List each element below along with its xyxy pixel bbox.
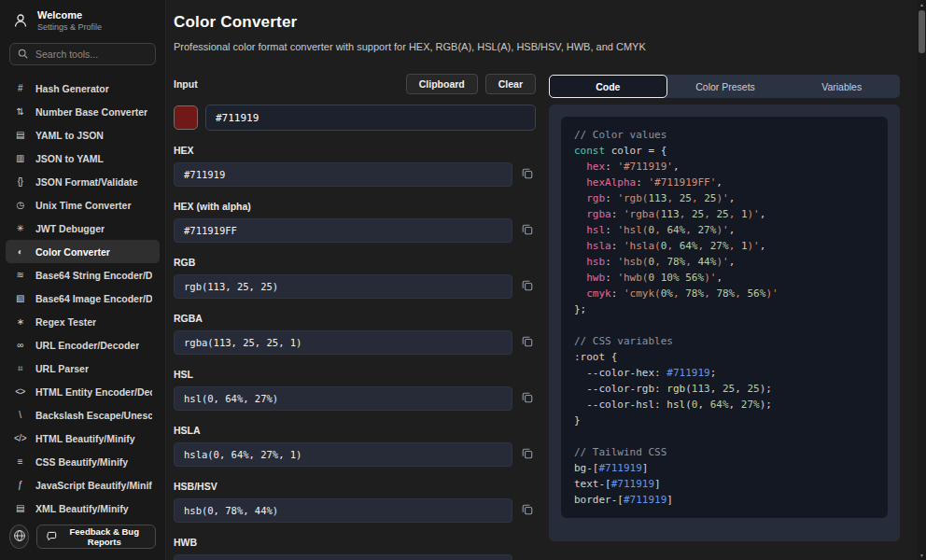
sidebar-item-label: Regex Tester (35, 316, 96, 328)
sidebar-item-jwt-debugger[interactable]: ✳JWT Debugger (6, 217, 160, 240)
hsla-input[interactable] (174, 442, 512, 467)
tab-code[interactable]: Code (549, 75, 667, 98)
backslash-icon: \ (13, 410, 27, 420)
profile-text: Welcome Settings & Profile (37, 9, 102, 32)
code-line: hexAlpha: '#711919FF', (574, 175, 875, 190)
scroll-up-arrow-icon[interactable]: ▲ (918, 2, 926, 7)
scroll-down-arrow-icon[interactable]: ▼ (918, 553, 926, 558)
sidebar-item-javascript-beautify-minify[interactable]: ƒJavaScript Beautify/Minify (6, 473, 160, 497)
sidebar-item-html-beautify-minify[interactable]: </>HTML Beautify/Minify (6, 427, 160, 450)
sidebar-item-backslash-escape-unescape[interactable]: \Backslash Escape/Unescape (6, 403, 160, 427)
sidebar-item-base64-string-encoder-decoder[interactable]: ≋Base64 String Encoder/Decoder (6, 263, 160, 287)
copy-icon (521, 447, 534, 460)
html-beautify-icon: </> (13, 433, 27, 443)
sidebar-item-base64-image-encoder-decoder[interactable]: ▧Base64 Image Encoder/Decoder (6, 287, 160, 310)
search-input[interactable] (34, 48, 147, 61)
hsb-hsv-input[interactable] (174, 498, 512, 523)
sidebar-item-label: JSON Format/Validate (35, 176, 138, 188)
page-title: Color Converter (174, 13, 892, 32)
code-line: cmyk: 'cmyk(0%, 78%, 78%, 56%)' (574, 286, 875, 301)
regex-icon: ∗ (13, 316, 27, 327)
rgb-input[interactable] (174, 274, 512, 299)
color-input[interactable] (205, 105, 536, 131)
sidebar-item-regex-tester[interactable]: ∗Regex Tester (6, 310, 160, 333)
sidebar-item-label: JWT Debugger (35, 223, 105, 234)
color-input-row (174, 105, 536, 131)
sidebar-item-label: YAML to JSON (35, 130, 104, 141)
color-swatch[interactable] (174, 105, 198, 130)
input-label: Input (174, 78, 198, 90)
sidebar-item-label: JSON to YAML (35, 153, 104, 164)
url-encode-icon: ∞ (13, 340, 27, 350)
tab-variables[interactable]: Variables (783, 75, 900, 98)
sidebar-item-hash-generator[interactable]: #Hash Generator (6, 77, 160, 100)
field-rgb: RGB (174, 257, 536, 299)
sidebar-item-label: JavaScript Beautify/Minify (35, 480, 152, 491)
copy-button[interactable] (519, 166, 536, 183)
url-parse-icon: ⌗ (13, 363, 27, 374)
sidebar-item-yaml-to-json[interactable]: ▤YAML to JSON (6, 123, 160, 147)
search-icon (18, 46, 28, 63)
scrollbar-thumb[interactable] (919, 10, 925, 53)
hex-with-alpha-input[interactable] (174, 218, 512, 243)
copy-icon (521, 167, 534, 180)
code-line: hex: '#711919', (574, 159, 875, 175)
page-scrollbar[interactable]: ▲ ▼ (918, 0, 926, 560)
sidebar-item-label: URL Encoder/Decoder (35, 340, 139, 351)
field-label: HSLA (174, 425, 536, 436)
rgba-input[interactable] (174, 330, 512, 355)
js-beautify-icon: ƒ (13, 480, 27, 490)
sidebar-item-url-parser[interactable]: ⌗URL Parser (6, 357, 160, 380)
sidebar-item-label: HTML Beautify/Minify (35, 433, 135, 444)
sidebar-item-label: HTML Entity Encoder/Decoder (35, 386, 152, 398)
sidebar-item-url-encoder-decoder[interactable]: ∞URL Encoder/Decoder (6, 333, 160, 357)
profile-button[interactable]: Welcome Settings & Profile (0, 0, 165, 37)
xml-beautify-icon: ▤ (13, 503, 27, 513)
code-line: // Tailwind CSS (574, 444, 875, 460)
hwb-input[interactable] (174, 554, 512, 560)
color-converter-icon: ◐ (13, 246, 27, 257)
feedback-button[interactable]: Feedback & Bug Reports (36, 525, 156, 549)
copy-button[interactable] (519, 446, 536, 463)
code-line (574, 317, 875, 333)
sidebar-item-xml-beautify-minify[interactable]: ▤XML Beautify/Minify (6, 497, 160, 519)
search-box[interactable] (9, 43, 156, 65)
sidebar-item-unix-time-converter[interactable]: ◷Unix Time Converter (6, 193, 160, 217)
copy-icon (521, 391, 534, 404)
copy-button[interactable] (519, 390, 536, 407)
input-header: Input Clipboard Clear (174, 73, 536, 95)
sidebar-item-label: Unix Time Converter (35, 200, 132, 211)
hex-input[interactable] (174, 162, 512, 187)
sidebar-item-label: Backslash Escape/Unescape (35, 410, 152, 421)
sidebar-item-json-format-validate[interactable]: {}JSON Format/Validate (6, 170, 160, 193)
clipboard-button[interactable]: Clipboard (406, 74, 478, 94)
base64-image-icon: ▧ (13, 293, 27, 303)
code-line: }; (574, 301, 875, 317)
field-label: HEX (with alpha) (174, 201, 536, 212)
copy-button[interactable] (519, 278, 536, 295)
clear-button[interactable]: Clear (485, 74, 536, 94)
copy-button[interactable] (519, 502, 536, 519)
copy-button[interactable] (519, 334, 536, 351)
profile-subtitle: Settings & Profile (37, 22, 102, 32)
code-line: hwb: 'hwb(0 10% 56%)', (574, 270, 875, 286)
tab-color-presets[interactable]: Color Presets (667, 75, 784, 98)
field-hsl: HSL (174, 369, 536, 411)
sidebar-item-label: URL Parser (35, 363, 89, 374)
code-line: const color = { (574, 143, 875, 159)
code-line: bg-[#711919] (574, 460, 875, 476)
globe-button[interactable] (9, 525, 29, 549)
hsl-input[interactable] (174, 386, 512, 411)
field-rgba: RGBA (174, 313, 536, 355)
sidebar-item-html-entity-encoder-decoder[interactable]: <>HTML Entity Encoder/Decoder (6, 380, 160, 403)
sidebar-item-color-converter[interactable]: ◐Color Converter (6, 240, 160, 263)
copy-button[interactable] (519, 222, 536, 239)
input-actions: Clipboard Clear (406, 74, 536, 94)
field-label: HEX (174, 145, 536, 156)
sidebar-item-css-beautify-minify[interactable]: ≡CSS Beautify/Minify (6, 450, 160, 473)
feedback-label: Feedback & Bug Reports (63, 526, 146, 547)
code-line: // CSS variables (574, 333, 875, 349)
sidebar-item-json-to-yaml[interactable]: ▥JSON to YAML (6, 147, 160, 170)
sidebar-item-number-base-converter[interactable]: ⇅Number Base Converter (6, 100, 160, 123)
copy-icon (521, 279, 534, 292)
